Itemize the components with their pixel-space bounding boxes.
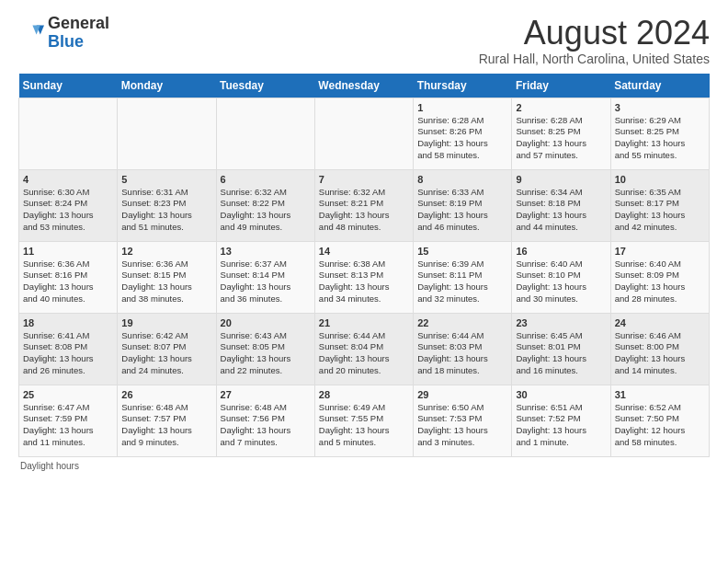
- calendar-cell: 3Sunrise: 6:29 AM Sunset: 8:25 PM Daylig…: [610, 98, 709, 169]
- calendar-cell: 5Sunrise: 6:31 AM Sunset: 8:23 PM Daylig…: [118, 169, 216, 241]
- calendar-cell: [314, 98, 413, 169]
- calendar-week-row: 11Sunrise: 6:36 AM Sunset: 8:16 PM Dayli…: [19, 241, 710, 313]
- day-number: 17: [615, 246, 705, 257]
- calendar-cell: 18Sunrise: 6:41 AM Sunset: 8:08 PM Dayli…: [19, 313, 118, 385]
- day-info: Sunrise: 6:40 AM Sunset: 8:10 PM Dayligh…: [516, 259, 606, 305]
- calendar-cell: 11Sunrise: 6:36 AM Sunset: 8:16 PM Dayli…: [19, 241, 118, 313]
- day-number: 21: [319, 317, 409, 328]
- day-number: 13: [221, 246, 311, 257]
- day-number: 4: [23, 174, 113, 185]
- day-info: Sunrise: 6:38 AM Sunset: 8:13 PM Dayligh…: [319, 259, 409, 305]
- calendar-table: SundayMondayTuesdayWednesdayThursdayFrid…: [18, 74, 710, 457]
- calendar-body: 1Sunrise: 6:28 AM Sunset: 8:26 PM Daylig…: [19, 98, 710, 456]
- calendar-cell: 22Sunrise: 6:44 AM Sunset: 8:03 PM Dayli…: [414, 313, 512, 385]
- day-number: 23: [516, 317, 606, 328]
- calendar-week-row: 1Sunrise: 6:28 AM Sunset: 8:26 PM Daylig…: [19, 98, 710, 169]
- calendar-cell: 13Sunrise: 6:37 AM Sunset: 8:14 PM Dayli…: [216, 241, 314, 313]
- day-number: 2: [516, 102, 606, 113]
- day-number: 14: [319, 246, 409, 257]
- calendar-cell: [216, 98, 314, 169]
- calendar-cell: 6Sunrise: 6:32 AM Sunset: 8:22 PM Daylig…: [216, 169, 314, 241]
- calendar-week-row: 18Sunrise: 6:41 AM Sunset: 8:08 PM Dayli…: [19, 313, 710, 385]
- calendar-cell: 31Sunrise: 6:52 AM Sunset: 7:50 PM Dayli…: [610, 385, 709, 456]
- subtitle: Rural Hall, North Carolina, United State…: [479, 52, 710, 66]
- day-info: Sunrise: 6:35 AM Sunset: 8:17 PM Dayligh…: [615, 187, 705, 234]
- day-number: 10: [615, 174, 705, 185]
- calendar-cell: 15Sunrise: 6:39 AM Sunset: 8:11 PM Dayli…: [414, 241, 512, 313]
- day-number: 18: [23, 317, 113, 328]
- day-info: Sunrise: 6:48 AM Sunset: 7:57 PM Dayligh…: [121, 402, 211, 449]
- day-info: Sunrise: 6:50 AM Sunset: 7:53 PM Dayligh…: [417, 402, 507, 449]
- day-info: Sunrise: 6:42 AM Sunset: 8:07 PM Dayligh…: [121, 330, 211, 377]
- day-info: Sunrise: 6:34 AM Sunset: 8:18 PM Dayligh…: [516, 187, 606, 234]
- calendar-header-monday: Monday: [118, 74, 216, 98]
- logo-icon: [18, 20, 44, 46]
- calendar-cell: 8Sunrise: 6:33 AM Sunset: 8:19 PM Daylig…: [414, 169, 512, 241]
- calendar-week-row: 25Sunrise: 6:47 AM Sunset: 7:59 PM Dayli…: [19, 385, 710, 456]
- day-info: Sunrise: 6:41 AM Sunset: 8:08 PM Dayligh…: [23, 330, 113, 377]
- day-number: 11: [23, 246, 113, 257]
- day-info: Sunrise: 6:36 AM Sunset: 8:16 PM Dayligh…: [23, 259, 113, 305]
- calendar-cell: 4Sunrise: 6:30 AM Sunset: 8:24 PM Daylig…: [19, 169, 118, 241]
- calendar-cell: 25Sunrise: 6:47 AM Sunset: 7:59 PM Dayli…: [19, 385, 118, 456]
- day-info: Sunrise: 6:28 AM Sunset: 8:25 PM Dayligh…: [516, 115, 606, 162]
- day-info: Sunrise: 6:49 AM Sunset: 7:55 PM Dayligh…: [319, 402, 409, 449]
- day-number: 16: [516, 246, 606, 257]
- calendar-week-row: 4Sunrise: 6:30 AM Sunset: 8:24 PM Daylig…: [19, 169, 710, 241]
- calendar-header-row: SundayMondayTuesdayWednesdayThursdayFrid…: [19, 74, 710, 98]
- calendar-cell: 17Sunrise: 6:40 AM Sunset: 8:09 PM Dayli…: [610, 241, 709, 313]
- day-number: 20: [221, 317, 311, 328]
- day-info: Sunrise: 6:32 AM Sunset: 8:21 PM Dayligh…: [319, 187, 409, 234]
- calendar-cell: 10Sunrise: 6:35 AM Sunset: 8:17 PM Dayli…: [610, 169, 709, 241]
- main-title: August 2024: [479, 15, 710, 52]
- day-number: 7: [319, 174, 409, 185]
- calendar-cell: 9Sunrise: 6:34 AM Sunset: 8:18 PM Daylig…: [512, 169, 610, 241]
- calendar-cell: 27Sunrise: 6:48 AM Sunset: 7:56 PM Dayli…: [216, 385, 314, 456]
- calendar-cell: 29Sunrise: 6:50 AM Sunset: 7:53 PM Dayli…: [414, 385, 512, 456]
- day-number: 26: [121, 389, 211, 400]
- day-number: 25: [23, 389, 113, 400]
- logo-blue: Blue: [48, 32, 84, 51]
- calendar-cell: 20Sunrise: 6:43 AM Sunset: 8:05 PM Dayli…: [216, 313, 314, 385]
- day-info: Sunrise: 6:44 AM Sunset: 8:04 PM Dayligh…: [319, 330, 409, 377]
- footer-note: Daylight hours: [18, 461, 710, 471]
- day-number: 22: [417, 317, 507, 328]
- day-info: Sunrise: 6:40 AM Sunset: 8:09 PM Dayligh…: [615, 259, 705, 305]
- day-number: 28: [319, 389, 409, 400]
- calendar-cell: 12Sunrise: 6:36 AM Sunset: 8:15 PM Dayli…: [118, 241, 216, 313]
- calendar-cell: 14Sunrise: 6:38 AM Sunset: 8:13 PM Dayli…: [314, 241, 413, 313]
- day-number: 1: [417, 102, 507, 113]
- day-info: Sunrise: 6:47 AM Sunset: 7:59 PM Dayligh…: [23, 402, 113, 449]
- calendar-header-friday: Friday: [512, 74, 610, 98]
- calendar-header-tuesday: Tuesday: [216, 74, 314, 98]
- day-info: Sunrise: 6:52 AM Sunset: 7:50 PM Dayligh…: [615, 402, 705, 449]
- calendar-cell: 24Sunrise: 6:46 AM Sunset: 8:00 PM Dayli…: [610, 313, 709, 385]
- day-info: Sunrise: 6:46 AM Sunset: 8:00 PM Dayligh…: [615, 330, 705, 377]
- calendar-cell: 28Sunrise: 6:49 AM Sunset: 7:55 PM Dayli…: [314, 385, 413, 456]
- day-info: Sunrise: 6:44 AM Sunset: 8:03 PM Dayligh…: [417, 330, 507, 377]
- day-info: Sunrise: 6:39 AM Sunset: 8:11 PM Dayligh…: [417, 259, 507, 305]
- calendar-header-thursday: Thursday: [414, 74, 512, 98]
- title-block: August 2024 Rural Hall, North Carolina, …: [479, 15, 710, 66]
- calendar-cell: 21Sunrise: 6:44 AM Sunset: 8:04 PM Dayli…: [314, 313, 413, 385]
- day-number: 5: [121, 174, 211, 185]
- day-info: Sunrise: 6:30 AM Sunset: 8:24 PM Dayligh…: [23, 187, 113, 234]
- calendar-cell: 23Sunrise: 6:45 AM Sunset: 8:01 PM Dayli…: [512, 313, 610, 385]
- calendar-cell: 1Sunrise: 6:28 AM Sunset: 8:26 PM Daylig…: [414, 98, 512, 169]
- day-info: Sunrise: 6:45 AM Sunset: 8:01 PM Dayligh…: [516, 330, 606, 377]
- day-number: 27: [221, 389, 311, 400]
- day-info: Sunrise: 6:48 AM Sunset: 7:56 PM Dayligh…: [221, 402, 311, 449]
- day-number: 9: [516, 174, 606, 185]
- calendar-header-wednesday: Wednesday: [314, 74, 413, 98]
- calendar-cell: 7Sunrise: 6:32 AM Sunset: 8:21 PM Daylig…: [314, 169, 413, 241]
- day-number: 3: [615, 102, 705, 113]
- day-info: Sunrise: 6:28 AM Sunset: 8:26 PM Dayligh…: [417, 115, 507, 162]
- day-info: Sunrise: 6:36 AM Sunset: 8:15 PM Dayligh…: [121, 259, 211, 305]
- day-number: 6: [221, 174, 311, 185]
- day-info: Sunrise: 6:32 AM Sunset: 8:22 PM Dayligh…: [221, 187, 311, 234]
- day-info: Sunrise: 6:43 AM Sunset: 8:05 PM Dayligh…: [221, 330, 311, 377]
- calendar-cell: 30Sunrise: 6:51 AM Sunset: 7:52 PM Dayli…: [512, 385, 610, 456]
- day-number: 19: [121, 317, 211, 328]
- calendar-cell: [118, 98, 216, 169]
- day-info: Sunrise: 6:51 AM Sunset: 7:52 PM Dayligh…: [516, 402, 606, 449]
